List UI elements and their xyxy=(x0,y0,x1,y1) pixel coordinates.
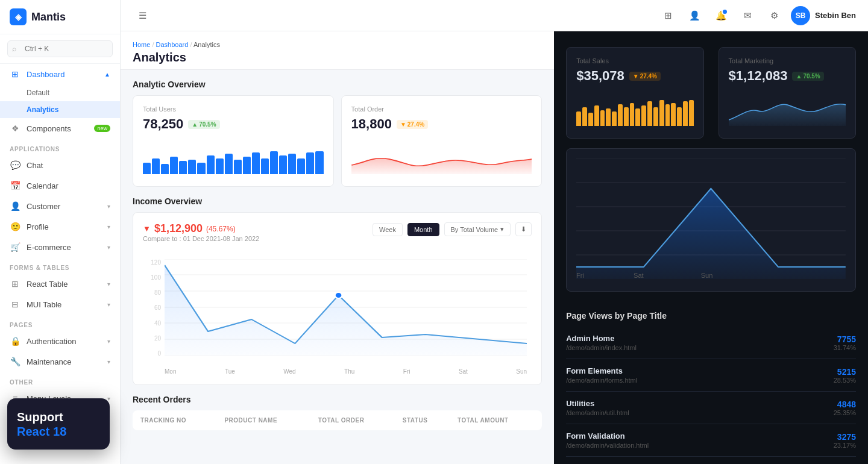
pv-url-3: /demo/admin/util.html xyxy=(566,409,834,416)
pv-item-4: Form Validation /demo/admin/validation.h… xyxy=(566,424,856,457)
download-button[interactable]: ⬇ xyxy=(515,222,532,236)
notification-button[interactable]: 🔔 xyxy=(711,6,731,25)
sidebar-item-components[interactable]: ❖ Components new xyxy=(0,118,120,139)
income-title: Income Overview xyxy=(133,196,542,212)
dashboard-icon: ⊞ xyxy=(10,69,20,79)
maintenance-icon: 🔧 xyxy=(10,357,20,366)
svg-point-7 xyxy=(335,292,342,298)
chevron-down-icon5: ▾ xyxy=(107,301,110,308)
svg-text:Sat: Sat xyxy=(634,272,644,279)
pv-item-3: Utilities /demo/admin/util.html 4848 25.… xyxy=(566,392,856,424)
section-other: Other xyxy=(0,372,120,388)
week-tab-button[interactable]: Week xyxy=(373,223,403,236)
orders-section: Recent Orders TRACKING NO PRODUCT NAME T… xyxy=(121,395,554,440)
users-bar-chart xyxy=(143,138,324,174)
income-amount-row: ▼ $1,12,900 (45.67%) xyxy=(143,222,259,235)
customer-icon: 👤 xyxy=(10,201,20,211)
sidebar-item-chat[interactable]: 💬 Chat xyxy=(0,155,120,175)
chart-y-axis: 120 100 80 60 40 20 0 xyxy=(143,259,161,357)
pv-name-1: Admin Home xyxy=(566,334,834,343)
mail-button[interactable]: ✉ xyxy=(738,6,757,25)
sidebar-item-react-table[interactable]: ⊞ React Table ▾ xyxy=(0,274,120,294)
breadcrumb-home[interactable]: Home xyxy=(133,41,150,48)
sidebar-item-maintenance[interactable]: 🔧 Maintenance ▾ xyxy=(0,351,120,372)
sidebar-item-mui-table[interactable]: ⊟ MUI Table ▾ xyxy=(0,294,120,315)
breadcrumb: Home / Dashboard / Analytics xyxy=(133,41,542,48)
chevron-down-icon8: ▾ xyxy=(107,395,110,402)
chevron-up-icon: ▲ xyxy=(104,71,110,78)
month-tab-button[interactable]: Month xyxy=(407,223,439,236)
sidebar-item-customer[interactable]: 👤 Customer ▾ xyxy=(0,196,120,216)
sidebar-item-dashboard[interactable]: ⊞ Dashboard ▲ xyxy=(0,64,120,84)
sidebar-sub-analytics[interactable]: Analytics xyxy=(0,101,120,118)
grid-icon-button[interactable]: ⊞ xyxy=(658,6,678,25)
search-input[interactable] xyxy=(7,40,113,57)
pv-item-5: Modals /demo/admin/modals.html 3003 22.2… xyxy=(566,457,856,464)
income-line-chart: 120 100 80 60 40 20 0 xyxy=(143,254,532,375)
pv-count-3: 4848 xyxy=(834,400,856,409)
pv-pct-2: 28.53% xyxy=(834,377,856,384)
income-svg-chart xyxy=(165,259,527,356)
col-total-order: TOTAL ORDER xyxy=(311,411,395,430)
col-product: PRODUCT NAME xyxy=(217,411,310,430)
income-controls: Week Month By Total Volume ▾ ⬇ xyxy=(373,222,532,236)
card-total-sales: Total Sales $35,078 ▼ 27.4% xyxy=(566,47,703,139)
pv-count-4: 3275 xyxy=(834,432,856,442)
marketing-value: $1,12,083 xyxy=(729,68,788,84)
mui-table-icon: ⊟ xyxy=(10,299,20,309)
sidebar-logo[interactable]: ◈ Mantis xyxy=(0,0,120,34)
sales-badge: ▼ 27.4% xyxy=(629,72,661,81)
right-panel: Total Sales $35,078 ▼ 27.4% Total Market… xyxy=(554,31,868,464)
sidebar-sub-default[interactable]: Default xyxy=(0,84,120,101)
menu-toggle-button[interactable]: ☰ xyxy=(133,6,152,25)
order-area-chart xyxy=(351,138,532,174)
ecommerce-icon: 🛒 xyxy=(10,242,20,252)
card-total-order: Total Order 18,800 ▼ 27.4% xyxy=(341,95,542,187)
income-header: ▼ $1,12,900 (45.67%) Compare to : 01 Dec… xyxy=(143,222,532,249)
orders-table: TRACKING NO PRODUCT NAME TOTAL ORDER STA… xyxy=(133,410,542,430)
settings-button[interactable]: ⚙ xyxy=(764,6,784,25)
user-avatar-wrap[interactable]: SB Stebin Ben xyxy=(791,6,856,25)
dark-triangle-chart: Fri Sat Sun xyxy=(576,158,846,279)
chevron-down-icon7: ▾ xyxy=(107,359,110,365)
card-total-marketing: Total Marketing $1,12,083 ▲ 70.5% xyxy=(719,47,856,139)
card-order-badge: ▼ 27.4% xyxy=(397,120,428,129)
pv-pct-1: 31.74% xyxy=(834,344,856,351)
sidebar-item-profile[interactable]: 🙂 Profile ▾ xyxy=(0,216,120,237)
chevron-down-icon3: ▾ xyxy=(107,244,110,251)
components-badge: new xyxy=(94,125,110,132)
card-order-value-row: 18,800 ▼ 27.4% xyxy=(351,116,532,132)
breadcrumb-dashboard[interactable]: Dashboard xyxy=(156,41,189,48)
pv-count-2: 5215 xyxy=(834,367,856,377)
components-icon: ❖ xyxy=(10,124,20,133)
marketing-badge: ▲ 70.5% xyxy=(792,72,823,81)
calendar-icon: 📅 xyxy=(10,181,20,190)
card-users-value: 78,250 xyxy=(143,116,183,132)
sidebar-dashboard-label: Dashboard xyxy=(27,70,65,79)
pv-pct-4: 23.17% xyxy=(834,442,856,449)
col-tracking: TRACKING NO xyxy=(133,411,218,430)
income-compare: Compare to : 01 Dec 2021-08 Jan 2022 xyxy=(143,235,259,242)
support-toast[interactable]: Support React 18 xyxy=(7,398,110,450)
pv-url-1: /demo/admin/index.html xyxy=(566,344,834,351)
chevron-down-volume: ▾ xyxy=(500,225,504,233)
search-icon: ⌕ xyxy=(12,45,16,53)
chevron-down-icon4: ▾ xyxy=(107,281,110,287)
sidebar-search-wrap: ⌕ xyxy=(0,34,120,64)
breadcrumb-current: Analytics xyxy=(193,41,220,48)
marketing-label: Total Marketing xyxy=(729,57,846,64)
pv-name-4: Form Validation xyxy=(566,431,834,440)
sidebar-item-ecommerce[interactable]: 🛒 E-commerce ▾ xyxy=(0,237,120,257)
sales-value: $35,078 xyxy=(576,68,624,84)
volume-select-button[interactable]: By Total Volume ▾ xyxy=(444,222,511,236)
pv-pct-3: 25.35% xyxy=(834,409,856,416)
sidebar-item-authentication[interactable]: 🔒 Authentication ▾ xyxy=(0,331,120,351)
pv-url-2: /demo/admin/forms.html xyxy=(566,377,834,384)
overview-cards: Total Users 78,250 ▲ 70.5% Total Order 1… xyxy=(121,95,554,196)
sidebar-item-calendar[interactable]: 📅 Calendar xyxy=(0,175,120,196)
user-icon-button[interactable]: 👤 xyxy=(685,6,704,25)
col-total-amount: TOTAL AMOUNT xyxy=(450,411,542,430)
pv-item-2: Form Elements /demo/admin/forms.html 521… xyxy=(566,359,856,392)
pv-url-4: /demo/admin/validation.html xyxy=(566,442,834,449)
chart-x-axis: Mon Tue Wed Thu Fri Sat Sun xyxy=(165,368,527,375)
